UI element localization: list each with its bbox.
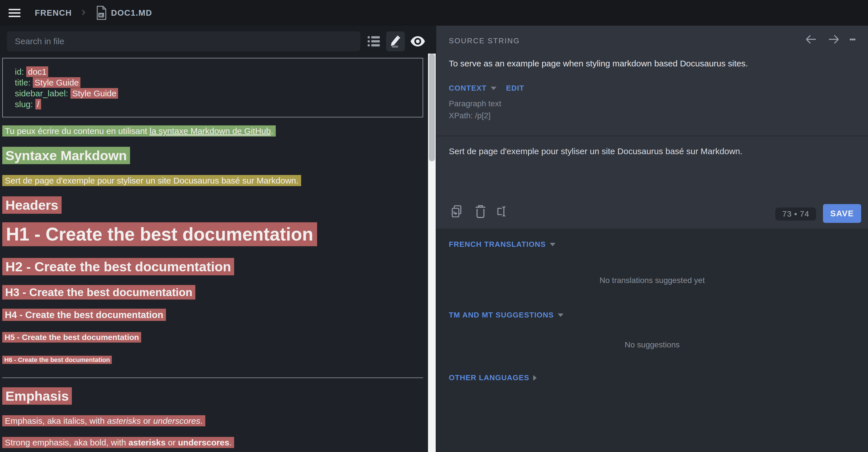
frontmatter-row: title: Style Guide: [15, 77, 423, 88]
translatable-string[interactable]: Emphasis: [2, 387, 72, 405]
frontmatter-row: sidebar_label: Style Guide: [15, 88, 423, 99]
frontmatter-key: slug:: [15, 99, 35, 109]
frontmatter-key: id:: [15, 67, 26, 76]
doc-heading-syntax: Syntaxe Markdown: [2, 148, 130, 163]
preview-mode-button[interactable]: [409, 33, 426, 50]
string-editor-card: SOURCE STRING To serve as an example pag…: [436, 26, 868, 229]
doc-paragraph-selected: Sert de page d'exemple pour styliser un …: [2, 176, 301, 186]
more-options-icon[interactable]: [850, 32, 856, 46]
source-string-text: To serve as an example page when styling…: [449, 59, 748, 68]
section-other-languages[interactable]: OTHER LANGUAGES: [449, 373, 537, 382]
doc-heading-h2: H2 - Create the best documentation: [2, 259, 234, 275]
translation-text: Sert de page d'exemple pour styliser un …: [449, 147, 743, 156]
save-button[interactable]: SAVE: [823, 204, 861, 223]
doc-heading-emphasis: Emphasis: [2, 388, 72, 404]
context-xpath: XPath: /p[2]: [449, 111, 491, 120]
trash-icon: [474, 204, 487, 219]
chevron-down-icon: [550, 243, 556, 246]
section-french-translations[interactable]: FRENCH TRANSLATIONS: [449, 240, 556, 249]
breadcrumb-project[interactable]: FRENCH: [35, 8, 72, 18]
breadcrumb-chevron-icon: ›: [82, 7, 86, 19]
previous-string-button[interactable]: [804, 32, 818, 46]
frontmatter-row: slug: /: [15, 99, 423, 110]
chevron-right-icon: [533, 375, 537, 381]
context-controls: CONTEXT EDIT: [449, 84, 524, 93]
document-scrollbar[interactable]: [428, 54, 436, 452]
frontmatter-value-string[interactable]: Style Guide: [70, 88, 118, 99]
translatable-string[interactable]: H5 - Create the best documentation: [2, 332, 141, 343]
insert-source-button[interactable]: [450, 204, 464, 219]
doc-heading-headers: Headers: [2, 197, 62, 213]
source-string-title: SOURCE STRING: [449, 36, 520, 45]
next-string-button[interactable]: [827, 32, 841, 46]
translatable-string[interactable]: Tu peux écrire du contenu en utilisant l…: [2, 125, 276, 136]
translatable-string[interactable]: H4 - Create the best documentation: [2, 309, 166, 321]
search-input[interactable]: [7, 31, 361, 51]
translations-empty-text: No translations suggested yet: [436, 276, 868, 285]
string-list-icon[interactable]: [366, 33, 382, 50]
doc-heading-h1: H1 - Create the best documentation: [2, 224, 317, 245]
delete-translation-button[interactable]: [473, 204, 488, 219]
string-navigation: [804, 32, 856, 46]
section-label: TM AND MT SUGGESTIONS: [449, 311, 554, 320]
translatable-string[interactable]: H2 - Create the best documentation: [2, 258, 234, 275]
file-toolbar: [0, 26, 436, 57]
translation-input[interactable]: Sert de page d'exemple pour styliser un …: [436, 136, 868, 199]
translatable-string[interactable]: H1 - Create the best documentation: [2, 222, 317, 246]
translatable-string[interactable]: Headers: [2, 196, 62, 214]
context-toggle[interactable]: CONTEXT: [449, 84, 487, 93]
pencil-icon: [389, 34, 402, 49]
copy-source-icon: [450, 204, 463, 219]
suggestions-empty-text: No suggestions: [436, 340, 868, 349]
section-tm-mt-suggestions[interactable]: TM AND MT SUGGESTIONS: [449, 311, 563, 320]
translation-panel: SOURCE STRING To serve as an example pag…: [436, 26, 868, 452]
scrollbar-thumb[interactable]: [429, 54, 435, 161]
section-label: FRENCH TRANSLATIONS: [449, 240, 546, 249]
doc-heading-h5: H5 - Create the best documentation: [2, 333, 141, 342]
edit-context-button[interactable]: EDIT: [506, 84, 524, 93]
frontmatter-row: id: doc1: [15, 66, 423, 77]
doc-heading-h6: H6 - Create the best documentation: [2, 356, 112, 364]
translatable-string[interactable]: H3 - Create the best documentation: [2, 285, 195, 299]
menu-icon[interactable]: [8, 7, 21, 19]
document-view: id: doc1 title: Style Guide sidebar_labe…: [0, 57, 428, 452]
insert-tag-button[interactable]: [494, 204, 509, 219]
doc-paragraph-emphasis: Emphasis, aka italics, with asterisks or…: [2, 416, 205, 426]
selected-string[interactable]: Sert de page d'exemple pour styliser un …: [2, 175, 301, 186]
translatable-string[interactable]: Syntaxe Markdown: [2, 147, 130, 164]
frontmatter-block: id: doc1 title: Style Guide sidebar_labe…: [2, 58, 423, 118]
frontmatter-key: title:: [15, 78, 33, 87]
char-counter-badge: 73 • 74: [775, 207, 816, 221]
svg-text:M↓: M↓: [99, 13, 104, 18]
frontmatter-value-string[interactable]: Style Guide: [33, 77, 81, 88]
chevron-down-icon: [491, 87, 496, 90]
translatable-string[interactable]: Emphasis, aka italics, with asterisks or…: [2, 415, 205, 426]
text-cursor-icon: [494, 204, 509, 219]
doc-paragraph-strong: Strong emphasis, aka bold, with asterisk…: [2, 438, 234, 447]
translatable-string[interactable]: H6 - Create the best documentation: [2, 356, 112, 364]
edit-mode-button[interactable]: [386, 31, 405, 51]
arrow-left-icon: [804, 33, 817, 46]
context-type: Paragraph text: [449, 99, 501, 108]
doc-link[interactable]: la syntaxe Markdown de GitHub: [150, 126, 271, 136]
doc-heading-h4: H4 - Create the best documentation: [2, 310, 166, 320]
top-bar: FRENCH › M↓ DOC1.MD: [0, 0, 868, 26]
eye-icon: [410, 36, 425, 47]
doc-horizontal-rule: [2, 377, 423, 378]
breadcrumb-file[interactable]: DOC1.MD: [111, 8, 152, 18]
arrow-right-icon: [827, 33, 840, 46]
translatable-string[interactable]: Strong emphasis, aka bold, with asterisk…: [2, 437, 234, 448]
frontmatter-value-string[interactable]: doc1: [26, 66, 48, 77]
frontmatter-key: sidebar_label:: [15, 89, 70, 98]
section-label: OTHER LANGUAGES: [449, 373, 529, 382]
chevron-down-icon: [558, 314, 563, 317]
doc-heading-h3: H3 - Create the best documentation: [2, 286, 195, 299]
markdown-file-icon: M↓: [96, 5, 107, 20]
frontmatter-value-string[interactable]: /: [35, 99, 41, 109]
doc-paragraph-intro: Tu peux écrire du contenu en utilisant l…: [2, 126, 276, 136]
